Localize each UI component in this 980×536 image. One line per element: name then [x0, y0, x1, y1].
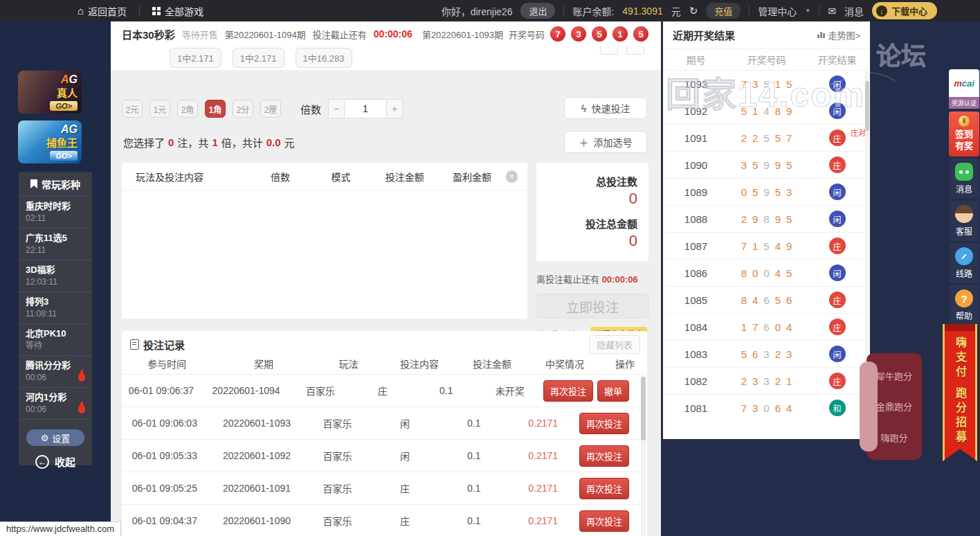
bookmark-icon [30, 179, 37, 188]
download-center-button[interactable]: ↓ 下载中心 [872, 2, 937, 19]
chip-2jiao[interactable]: 2角 [177, 100, 198, 118]
add-numbers-button[interactable]: ＋ 添加选号 [564, 131, 647, 153]
close-icon[interactable]: × [506, 170, 518, 183]
records-title: 投注记录 [130, 337, 185, 352]
pair-tag: 庄对 [851, 127, 866, 138]
gear-icon: ⚙ [41, 433, 49, 443]
result-balls: 7 3 5 1 5 [550, 26, 648, 42]
trend-chart-link[interactable]: 走势图> [817, 28, 860, 42]
multiplier-input[interactable]: 1 [345, 99, 386, 118]
checkin-reward-button[interactable]: ¥ 签到 有奖 [949, 111, 979, 157]
selection-summary-row: 您选择了 0 注，共 1 倍，共计 0.0 元 ＋ 添加选号 [123, 131, 647, 153]
column-header: 投注金额 [457, 357, 527, 370]
result-row: 1082 23321 庄 [663, 367, 870, 394]
scrollbar-thumb[interactable] [641, 377, 646, 440]
download-label: 下载中心 [891, 4, 927, 17]
left-sidebar: AG 真人 GO> AG 捕鱼王 GO> 常玩彩种 重庆时时彩 02:11 广东… [0, 21, 111, 536]
rebet-button[interactable]: 再次投注 [579, 445, 629, 467]
greeting-text: 你好，direnjie26 [442, 4, 513, 18]
column-header: 操作 [603, 357, 647, 370]
column-header: 投注金额 [371, 170, 438, 184]
chat-icon [955, 163, 973, 181]
quick-odds-button[interactable]: 1中16.283 [296, 48, 352, 68]
recent-results-panel: 近期开奖结果 走势图> 期号 开奖号码 开奖结果 1093 73515 闲 10… [663, 21, 870, 439]
sidebar-item-bjpk10[interactable]: 北京PK10 等待 [19, 324, 92, 356]
sidebar-item-txffc[interactable]: 腾讯分分彩 00:06 [19, 356, 92, 388]
grid-icon [152, 7, 161, 15]
sidebar-item-hn1fc[interactable]: 河内1分彩 00:06 [19, 388, 92, 420]
result-status: 0.2171 [507, 450, 579, 461]
multiplier-count: 1 [208, 136, 221, 148]
mail-icon[interactable]: ✉ [828, 6, 836, 17]
mcai-logo[interactable]: mcai [949, 69, 979, 97]
result-ball: 7 [550, 26, 565, 42]
chip-1jiao-selected[interactable]: 1角 [205, 100, 226, 118]
recharge-button[interactable]: 充值 [706, 3, 741, 19]
clipped-button[interactable] [600, 46, 618, 55]
menu-item-jinding[interactable]: 金鼎跑分 [866, 400, 922, 413]
chip-2li[interactable]: 2厘 [260, 100, 281, 118]
lightning-icon: ϟ [581, 102, 587, 114]
multiplier-label: 倍数 [300, 102, 321, 116]
messages-link[interactable]: 消息 [844, 4, 864, 18]
all-games-link[interactable]: 全部游戏 [152, 4, 203, 18]
home-link[interactable]: ⌂ 返回首页 [78, 4, 127, 18]
main-content: 日本30秒彩 等待开售 第20220601-1094期 投注截止还有 00:00… [111, 21, 661, 536]
chip-2fen[interactable]: 2分 [233, 100, 253, 118]
divider [749, 6, 750, 17]
menu-item-hai[interactable]: 嗨跑分 [866, 431, 922, 444]
quick-bet-button[interactable]: ϟ 快速投注 [564, 97, 647, 119]
result-badge: 闲 [829, 265, 846, 281]
scrollbar[interactable] [641, 375, 646, 536]
result-row: 1084 17604 庄 [663, 313, 870, 340]
rail-item-help[interactable]: ? 帮助 [949, 285, 979, 325]
quick-odds-button[interactable]: 1中2.171 [170, 48, 221, 68]
sidebar-item-pl3[interactable]: 排列3 11:08:11 [19, 292, 92, 324]
rebet-button[interactable]: 再次投注 [579, 478, 629, 499]
clipped-button[interactable] [626, 46, 644, 55]
go-button[interactable]: GO> [50, 151, 78, 161]
menu-item-xiniu[interactable]: 犀牛跑分 [866, 369, 922, 382]
rebet-button[interactable]: 再次投注 [579, 413, 629, 434]
banner-ag-fishing[interactable]: AG 捕鱼王 GO> [18, 120, 82, 163]
collapse-button[interactable]: ← 收起 [19, 454, 92, 469]
settings-button[interactable]: ⚙ 设置 [26, 429, 84, 446]
rail-item-service[interactable]: 客服 [949, 201, 979, 241]
draw-digits: 73515 [729, 78, 804, 90]
rail-item-messages[interactable]: 消息 [949, 159, 979, 199]
results-title: 近期开奖结果 [673, 28, 735, 42]
bet-now-button[interactable]: 立即投注 [536, 294, 648, 319]
banner-title: 捕鱼王 [46, 135, 78, 150]
total-bets-value: 0 [547, 190, 637, 208]
all-games-label: 全部游戏 [165, 4, 203, 18]
cancel-order-button[interactable]: 撤单 [597, 380, 629, 402]
countdown-timer: 00:00:06 [374, 28, 412, 39]
chip-2yuan[interactable]: 2元 [122, 100, 143, 118]
hide-list-button[interactable]: 隐藏列表 [589, 335, 640, 354]
go-button[interactable]: GO> [50, 101, 78, 111]
chip-1yuan[interactable]: 1元 [149, 100, 170, 118]
rebet-button[interactable]: 再次投注 [543, 380, 593, 402]
sidebar-item-gd11x5[interactable]: 广东11选5 22:11 [19, 229, 92, 260]
minus-button[interactable]: − [328, 99, 345, 118]
selection-text: 注，共 [177, 135, 208, 150]
quick-odds-button[interactable]: 1中2.171 [233, 48, 284, 68]
sidebar-item-cqssc[interactable]: 重庆时时彩 02:11 [19, 197, 92, 229]
draw-digits: 35995 [729, 159, 804, 171]
admin-center-link[interactable]: 管理中心 [758, 4, 797, 18]
rail-item-lines[interactable]: 线路 [949, 243, 979, 283]
recruit-banner[interactable]: 嗨支付 跑分招募 [943, 324, 977, 461]
scrollbar-thumb[interactable] [865, 81, 869, 131]
logout-button[interactable]: 退出 [520, 3, 555, 19]
refresh-icon[interactable]: ↻ [689, 5, 698, 17]
result-row: 1089 05953 闲 [663, 178, 870, 205]
home-icon: ⌂ [78, 5, 84, 17]
rebet-button[interactable]: 再次投注 [579, 510, 629, 532]
plus-button[interactable]: + [386, 99, 403, 118]
draw-digits: 23321 [729, 375, 804, 387]
result-row: 1090 35995 庄 [663, 151, 870, 178]
banner-ag-live[interactable]: AG 真人 GO> [18, 71, 82, 114]
sidebar-item-3dfc[interactable]: 3D福彩 12:03:11 [19, 260, 92, 292]
balance-value: 491.3091 [622, 6, 662, 17]
ag-logo: AG [61, 74, 78, 85]
